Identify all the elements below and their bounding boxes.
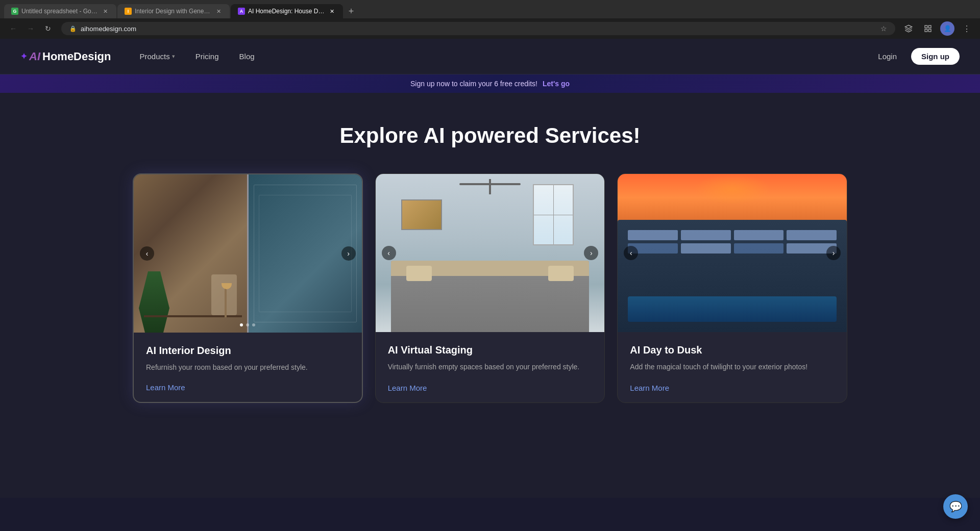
tab-favicon-aihomedesign: A [238, 8, 245, 15]
building-main [618, 220, 847, 332]
card-body-3: AI Day to Dusk Add the magical touch of … [618, 332, 847, 402]
pool-decor [628, 296, 837, 322]
promo-banner: Sign up now to claim your 6 free credits… [0, 74, 980, 93]
plant-decor [139, 271, 169, 333]
forward-button[interactable]: → [23, 21, 38, 36]
card-body-2: AI Virtual Staging Virtually furnish emp… [376, 332, 605, 402]
signup-button[interactable]: Sign up [911, 48, 960, 65]
svg-rect-3 [925, 29, 927, 32]
profile-icon[interactable] [921, 21, 935, 36]
tabs-bar: G Untitled spreadsheet - Goog... ✕ I Int… [0, 4, 980, 18]
prev-button-3[interactable]: ‹ [624, 246, 638, 260]
carousel-nav-3: ‹ › [618, 246, 847, 260]
address-bar[interactable]: 🔒 aihomedesign.com ☆ [61, 22, 895, 35]
window-divider-v [553, 185, 554, 244]
site-nav: ✦ AIHomeDesign Products ▾ Pricing Blog L… [0, 39, 980, 74]
website: ✦ AIHomeDesign Products ▾ Pricing Blog L… [0, 39, 980, 498]
split-divider [247, 174, 249, 333]
section-title: Explore AI powered Services! [41, 123, 939, 148]
card-desc-2: Virtually furnish empty spaces based on … [388, 361, 593, 373]
tab-interior[interactable]: I Interior Design with Generati... ✕ [117, 4, 230, 18]
card-title-3: AI Day to Dusk [630, 344, 835, 356]
extensions-icon[interactable] [901, 21, 916, 36]
nav-links: Products ▾ Pricing Blog [131, 48, 870, 65]
card-day-to-dusk: ‹ › AI Day to Dusk Add the magical touch… [617, 173, 847, 403]
chair-decor [211, 274, 237, 315]
bed-decor [391, 261, 590, 332]
menu-icon[interactable]: ⋮ [960, 21, 974, 36]
svg-rect-2 [928, 29, 931, 32]
nav-controls: ← → ↻ [6, 21, 55, 36]
lamp-decor [225, 287, 227, 317]
browser-chrome: G Untitled spreadsheet - Goog... ✕ I Int… [0, 0, 980, 39]
tab-title-spreadsheet: Untitled spreadsheet - Goog... [21, 8, 98, 15]
promo-text: Sign up now to claim your 6 free credits… [410, 80, 537, 88]
prev-button-2[interactable]: ‹ [382, 246, 396, 260]
next-button-1[interactable]: › [341, 246, 356, 261]
nav-blog-label: Blog [239, 52, 255, 61]
chat-widget[interactable]: 💬 [943, 494, 968, 519]
dot-1-active [240, 323, 243, 326]
login-button[interactable]: Login [870, 48, 905, 65]
tab-favicon-spreadsheet: G [11, 8, 18, 15]
logo-star-icon: ✦ [20, 52, 27, 61]
omnibar: ← → ↻ 🔒 aihomedesign.com ☆ 👤 ⋮ [0, 18, 980, 39]
tab-title-aihomedesign: AI HomeDesign: House Desig... [248, 8, 325, 15]
sun-glow [694, 174, 771, 205]
card-desc-3: Add the magical touch of twilight to you… [630, 361, 835, 373]
reload-button[interactable]: ↻ [41, 21, 55, 36]
svg-rect-0 [925, 26, 927, 28]
nav-pricing-label: Pricing [195, 52, 219, 61]
card-title-2: AI Virtual Staging [388, 344, 593, 356]
back-button[interactable]: ← [6, 21, 20, 36]
prev-button-1[interactable]: ‹ [140, 246, 154, 261]
promo-link[interactable]: Let's go [543, 80, 570, 88]
card-body-1: AI Interior Design Refurnish your room b… [134, 333, 362, 402]
cards-grid: ‹ › AI Interior Design Refurnish your ro… [133, 173, 847, 403]
desk-decor [144, 315, 242, 317]
card-image-dusk: ‹ › [618, 174, 847, 332]
logo[interactable]: ✦ AIHomeDesign [20, 50, 111, 63]
window-decor [533, 184, 574, 245]
lock-icon: 🔒 [69, 26, 77, 32]
tab-close-aihomedesign[interactable]: ✕ [328, 7, 336, 15]
card-interior-design: ‹ › AI Interior Design Refurnish your ro… [133, 173, 363, 403]
toolbar-icons: 👤 ⋮ [901, 21, 974, 36]
svg-rect-1 [928, 26, 931, 28]
tab-favicon-interior: I [125, 8, 132, 15]
dot-1-3 [252, 323, 255, 326]
card-desc-1: Refurnish your room based on your prefer… [146, 362, 350, 373]
tab-spreadsheet[interactable]: G Untitled spreadsheet - Goog... ✕ [4, 4, 116, 18]
nav-blog[interactable]: Blog [231, 48, 263, 65]
tab-close-spreadsheet[interactable]: ✕ [101, 7, 109, 15]
logo-ai: AI [29, 50, 40, 63]
nav-products-label: Products [139, 52, 169, 61]
user-avatar[interactable]: 👤 [940, 21, 954, 36]
tab-aihomedesign[interactable]: A AI HomeDesign: House Desig... ✕ [231, 4, 343, 18]
next-button-3[interactable]: › [826, 246, 841, 260]
tab-title-interior: Interior Design with Generati... [135, 8, 211, 15]
products-chevron-icon: ▾ [172, 53, 175, 60]
card-image-staging: ‹ › [376, 174, 605, 332]
logo-rest: HomeDesign [42, 50, 111, 63]
next-button-2[interactable]: › [584, 246, 598, 260]
artwork-decor [401, 199, 442, 230]
carousel-nav-2: ‹ › [376, 246, 605, 260]
new-tab-button[interactable]: + [344, 4, 358, 18]
card-image-interior: ‹ › [134, 174, 362, 333]
main-content: Explore AI powered Services! [0, 93, 980, 444]
nav-auth: Login Sign up [870, 48, 960, 65]
learn-more-button-1[interactable]: Learn More [146, 383, 350, 392]
card-virtual-staging: ‹ › AI Virtual Staging Virtually furnish… [375, 173, 605, 403]
card-title-1: AI Interior Design [146, 345, 350, 357]
tab-close-interior[interactable]: ✕ [214, 7, 223, 15]
learn-more-button-2[interactable]: Learn More [388, 384, 593, 392]
chat-icon: 💬 [949, 500, 962, 513]
address-text: aihomedesign.com [81, 25, 876, 33]
nav-pricing[interactable]: Pricing [187, 48, 227, 65]
learn-more-button-3[interactable]: Learn More [630, 384, 835, 392]
bookmark-icon[interactable]: ☆ [880, 24, 887, 33]
ceiling-fan [459, 179, 521, 189]
nav-products[interactable]: Products ▾ [131, 48, 183, 65]
